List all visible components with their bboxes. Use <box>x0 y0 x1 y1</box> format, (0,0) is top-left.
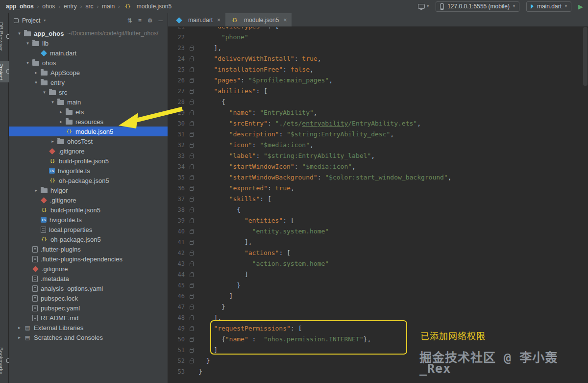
tree-item-src[interactable]: ▾src <box>9 87 168 97</box>
tree-item-oh-package-json5[interactable]: {}oh-package.json5 <box>9 234 168 244</box>
code-line-28[interactable]: 28 { <box>168 97 588 107</box>
tree-item-ohostest[interactable]: ▸ohosTest <box>9 136 168 146</box>
code-line-43[interactable]: 43 "action.system.home" <box>168 258 588 269</box>
breadcrumb-item[interactable]: app_ohos <box>5 3 35 10</box>
code-line-45[interactable]: 45 } <box>168 280 588 291</box>
code-line-23[interactable]: 23 ], <box>168 43 588 53</box>
code-line-49[interactable]: 49 "requestPermissions": [ <box>168 323 588 334</box>
chevron-right-icon[interactable]: ▸ <box>16 325 23 330</box>
code-area[interactable]: 21 "deviceTypes" : [22 "phone"23 ],24 "d… <box>168 27 588 383</box>
code-line-37[interactable]: 37 "skills": [ <box>168 194 588 204</box>
run-button[interactable]: ▶ <box>578 3 583 10</box>
code-line-22[interactable]: 22 "phone" <box>168 32 588 43</box>
code-line-39[interactable]: 39 "entities": [ <box>168 215 588 226</box>
chevron-down-icon[interactable]: ▾ <box>32 80 40 85</box>
lock-icon <box>190 58 194 61</box>
tree-item-readme-md[interactable]: README.md <box>9 313 168 323</box>
tree-item-hvigorfile-ts[interactable]: TShvigorfile.ts <box>9 215 168 225</box>
tree-item-app-ohos[interactable]: ▾app_ohos~/Documents/code/git/flutter_oh… <box>9 28 168 38</box>
tree-item-label: ohos <box>42 59 56 67</box>
code-line-41[interactable]: 41 ], <box>168 237 588 248</box>
breadcrumb-item[interactable]: entry <box>63 3 78 10</box>
view-options-icon[interactable]: ≡ <box>138 17 142 24</box>
tree-item-flutter-plugins[interactable]: .flutter-plugins <box>9 244 168 254</box>
code-line-29[interactable]: 29 "name": "EntryAbility", <box>168 107 588 118</box>
collapse-all-icon[interactable]: ⇅ <box>127 17 132 24</box>
code-line-44[interactable]: 44 ] <box>168 269 588 280</box>
screen-mirror-button[interactable]: ▾ <box>418 4 429 9</box>
breadcrumb-item[interactable]: main <box>101 3 116 10</box>
tree-item-main-dart[interactable]: main.dart <box>9 48 168 58</box>
tree-item-pubspec-lock[interactable]: pubspec.lock <box>9 293 168 303</box>
tree-item-entry[interactable]: ▾entry <box>9 77 168 87</box>
code-line-30[interactable]: 30 "srcEntry": "./ets/entryability/Entry… <box>168 118 588 129</box>
chevron-right-icon[interactable]: ▸ <box>57 109 65 114</box>
code-line-32[interactable]: 32 "icon": "$media:icon", <box>168 140 588 151</box>
hide-panel-icon[interactable]: ─ <box>158 17 163 24</box>
chevron-down-icon[interactable]: ▾ <box>49 100 56 104</box>
tree-item-local-properties[interactable]: local.properties <box>9 225 168 234</box>
code-line-24[interactable]: 24 "deliveryWithInstall": true, <box>168 53 588 64</box>
tree-item-analysis-options-yaml[interactable]: analysis_options.yaml <box>9 283 168 293</box>
editor-tab-main-dart[interactable]: main.dart× <box>170 13 225 26</box>
chevron-right-icon[interactable]: ▸ <box>16 335 23 340</box>
tree-item-flutter-plugins-dependencies[interactable]: .flutter-plugins-dependencies <box>9 254 168 264</box>
gutter-marker <box>185 327 198 331</box>
tree-item-pubspec-yaml[interactable]: pubspec.yaml <box>9 303 168 313</box>
code-line-26[interactable]: 26 "pages": "$profile:main_pages", <box>168 75 588 86</box>
tree-item-oh-package-json5[interactable]: {}oh-package.json5 <box>9 176 168 185</box>
code-line-25[interactable]: 25 "installationFree": false, <box>168 64 588 75</box>
breadcrumb-item[interactable]: src <box>84 3 94 10</box>
project-panel-title[interactable]: Project <box>22 17 40 24</box>
run-configuration-selector[interactable]: main.dart ▾ <box>526 1 571 12</box>
chevron-down-icon[interactable]: ▾ <box>24 41 31 46</box>
breadcrumb-item[interactable]: {}module.json5 <box>122 3 172 10</box>
tree-item-hvigor[interactable]: ▸hvigor <box>9 185 168 195</box>
tree-item-appscope[interactable]: ▸AppScope <box>9 68 168 77</box>
chevron-right-icon[interactable]: ▸ <box>32 188 40 193</box>
tree-item-ohos[interactable]: ▾ohos <box>9 58 168 68</box>
gear-icon[interactable]: ⚙ <box>147 17 153 24</box>
tree-item-lib[interactable]: ▾lib <box>9 38 168 48</box>
tree-item-hvigorfile-ts[interactable]: TShvigorfile.ts <box>9 166 168 176</box>
code-line-27[interactable]: 27 "abilities": [ <box>168 86 588 97</box>
code-line-34[interactable]: 34 "startWindowIcon": "$media:icon", <box>168 161 588 172</box>
code-line-50[interactable]: 50 {"name" : "ohos.permission.INTERNET"}… <box>168 334 588 345</box>
close-icon[interactable]: × <box>283 17 287 24</box>
chevron-right-icon[interactable]: ▸ <box>57 119 65 124</box>
gutter-marker <box>185 316 198 320</box>
code-line-47[interactable]: 47 } <box>168 302 588 312</box>
code-line-31[interactable]: 31 "description": "$string:EntryAbility_… <box>168 129 588 140</box>
tree-item-build-profile-json5[interactable]: {}build-profile.json5 <box>9 156 168 166</box>
chevron-down-icon[interactable]: ▾ <box>16 31 23 36</box>
code-line-38[interactable]: 38 { <box>168 204 588 215</box>
chevron-down-icon[interactable]: ▾ <box>24 60 31 65</box>
device-selector[interactable]: 127.0.0.1:5555 (mobile) ▾ <box>436 1 519 12</box>
close-icon[interactable]: × <box>217 17 220 24</box>
chevron-down-icon[interactable]: ▾ <box>44 19 46 23</box>
code-line-46[interactable]: 46 ] <box>168 291 588 302</box>
tree-item-metadata[interactable]: .metadata <box>9 274 168 283</box>
tree-item-external-libraries[interactable]: ▸▤External Libraries <box>9 323 168 332</box>
code-line-42[interactable]: 42 "actions": [ <box>168 248 588 258</box>
code-line-36[interactable]: 36 "exported": true, <box>168 183 588 194</box>
code-line-40[interactable]: 40 "entity.system.home" <box>168 226 588 237</box>
tree-item-gitignore[interactable]: .gitignore <box>9 264 168 274</box>
gutter-marker <box>185 122 198 126</box>
tree-item-gitignore[interactable]: .gitignore <box>9 146 168 156</box>
breadcrumb-item[interactable]: ohos <box>41 3 56 10</box>
code-line-35[interactable]: 35 "startWindowBackground": "$color:star… <box>168 172 588 183</box>
tree-item-build-profile-json5[interactable]: {}build-profile.json5 <box>9 205 168 215</box>
chevron-right-icon[interactable]: ▸ <box>32 70 40 75</box>
tree-item-gitignore[interactable]: .gitignore <box>9 195 168 205</box>
chevron-right-icon[interactable]: ▸ <box>49 139 56 144</box>
tree-item-scratches-and-consoles[interactable]: ▸▤Scratches and Consoles <box>9 332 168 342</box>
code-line-33[interactable]: 33 "label": "$string:EntryAbility_label"… <box>168 151 588 161</box>
gutter-marker <box>185 89 198 94</box>
code-line-48[interactable]: 48 ], <box>168 312 588 323</box>
tree-item-label: oh-package.json5 <box>59 177 109 184</box>
chevron-down-icon[interactable]: ▾ <box>41 90 48 95</box>
editor-tab-module-json5[interactable]: {}module.json5× <box>225 13 292 26</box>
code-line-21[interactable]: 21 "deviceTypes" : [ <box>168 27 588 32</box>
editor-scrollbar[interactable] <box>583 27 588 86</box>
